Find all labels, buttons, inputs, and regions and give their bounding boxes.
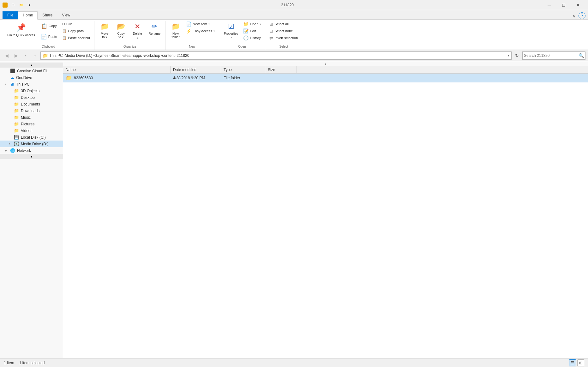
ribbon-group-open: ☑ Properties▾ 📁 Open ▾ 📝 Edit 🕐 History — [219, 21, 266, 50]
qat-new-folder-btn[interactable]: 📁 — [18, 2, 25, 9]
breadcrumb-steam[interactable]: Steam › — [111, 53, 123, 58]
ribbon-group-new: 📁 Newfolder 📄 New item ▾ ⚡ Easy access ▾… — [165, 21, 219, 50]
table-row[interactable]: 📁 823605680 4/28/2018 9:20 PM File folde… — [63, 74, 588, 82]
tab-share[interactable]: Share — [38, 11, 57, 19]
rename-button[interactable]: ✏ Rename — [146, 21, 163, 42]
details-view-button[interactable]: ☰ — [569, 359, 576, 366]
breadcrumb-211820[interactable]: 211820 — [177, 53, 189, 58]
tab-view[interactable]: View — [57, 11, 75, 19]
sidebar-item-thispc[interactable]: ▾ 🖥 This PC — [0, 81, 63, 87]
sidebar-scroll-up[interactable]: ▲ — [0, 63, 63, 68]
qat-dropdown-btn[interactable]: ▾ — [26, 2, 33, 9]
ribbon: 📌 Pin to Quick access 📋 Copy 📄 Paste ✂ C… — [0, 20, 588, 50]
sidebar-item-documents[interactable]: 📁 Documents — [0, 101, 63, 107]
select-none-button[interactable]: ⊟ Select none — [268, 28, 299, 34]
paste-button[interactable]: 📄 Paste — [39, 32, 59, 42]
easy-access-button[interactable]: ⚡ Easy access ▾ — [184, 28, 216, 34]
copy-path-button[interactable]: 📋 Copy path — [61, 28, 92, 34]
paste-shortcut-button[interactable]: 📋 Paste shortcut — [61, 35, 92, 41]
sidebar-item-downloads[interactable]: 📁 Downloads — [0, 107, 63, 114]
back-button[interactable]: ◀ — [3, 51, 11, 60]
edit-icon: 📝 — [243, 28, 249, 33]
column-header-name[interactable]: Name — [63, 66, 171, 73]
sidebar-item-network[interactable]: ▶ 🌐 Network — [0, 147, 63, 154]
nav-bar: ◀ ▶ ▾ ↑ 📁 This PC › Media Drive (D:) › G… — [0, 50, 588, 61]
qat-properties-btn[interactable]: ⊞ — [9, 2, 16, 9]
up-button[interactable]: ↑ — [31, 51, 39, 60]
sidebar-scroll-down[interactable]: ▼ — [0, 154, 63, 159]
folder-downloads-icon: 📁 — [14, 108, 19, 113]
pin-icon: 📌 — [16, 23, 26, 32]
column-header-type[interactable]: Type — [221, 66, 265, 73]
search-box[interactable]: 🔍 — [522, 51, 585, 60]
history-icon: 🕐 — [243, 35, 249, 40]
tab-home[interactable]: Home — [18, 11, 38, 20]
open-button[interactable]: 📁 Open ▾ — [242, 21, 262, 27]
rename-label: Rename — [148, 32, 160, 35]
new-group-content: 📁 Newfolder 📄 New item ▾ ⚡ Easy access ▾ — [168, 21, 216, 44]
breadcrumb-mediadrive[interactable]: Media Drive (D:) › — [65, 53, 94, 58]
large-icons-view-button[interactable]: ⊞ — [577, 359, 584, 366]
help-button[interactable]: ? — [579, 12, 585, 19]
new-folder-button[interactable]: 📁 Newfolder — [168, 21, 183, 42]
breadcrumb-steamapps[interactable]: steamapps › — [123, 53, 144, 58]
close-button[interactable]: ✕ — [571, 0, 585, 10]
address-dropdown-icon[interactable]: ▾ — [508, 54, 509, 57]
copy-path-icon: 📋 — [62, 29, 67, 33]
column-header-size[interactable]: Size — [265, 66, 297, 73]
ribbon-collapse-btn[interactable]: ∧ — [570, 12, 577, 19]
sidebar-item-media-drive-d[interactable]: ▾ 💽 Media Drive (D:) — [0, 141, 63, 147]
select-all-button[interactable]: ⊞ Select all — [268, 21, 299, 27]
new-small-buttons: 📄 New item ▾ ⚡ Easy access ▾ — [184, 21, 216, 34]
sidebar-item-creative-cloud[interactable]: ⬛ Creative Cloud Fil... — [0, 68, 63, 74]
new-folder-label: Newfolder — [172, 32, 180, 39]
properties-button[interactable]: ☑ Properties▾ — [222, 21, 241, 42]
thispc-icon: 🖥 — [10, 82, 14, 87]
breadcrumb-thispc[interactable]: This PC › — [49, 53, 64, 58]
minimize-button[interactable]: ─ — [542, 0, 556, 10]
paste-shortcut-icon: 📋 — [62, 36, 67, 40]
file-area-scroll-up[interactable]: ▲ — [63, 61, 588, 66]
select-label: Select — [268, 44, 299, 50]
sidebar-item-local-disk-c[interactable]: 💾 Local Disk (C:) — [0, 134, 63, 141]
edit-button[interactable]: 📝 Edit — [242, 28, 262, 34]
refresh-button[interactable]: ↻ — [513, 51, 521, 60]
sidebar-item-pictures[interactable]: 📁 Pictures — [0, 121, 63, 127]
sidebar-item-desktop[interactable]: 📁 Desktop — [0, 94, 63, 101]
sidebar-item-videos[interactable]: 📁 Videos — [0, 127, 63, 134]
search-icon[interactable]: 🔍 — [579, 53, 584, 58]
breadcrumb-gaymes[interactable]: Gaymes › — [94, 53, 110, 58]
address-bar[interactable]: 📁 This PC › Media Drive (D:) › Gaymes › … — [40, 51, 512, 60]
breadcrumb-content[interactable]: content › — [162, 53, 177, 58]
empty-file-area[interactable] — [63, 82, 588, 358]
copy-button[interactable]: 📋 Copy — [39, 21, 59, 31]
invert-label: Invert selection — [274, 36, 298, 40]
paste-icon: 📄 — [41, 34, 47, 40]
folder-3dobjects-icon: 📁 — [14, 88, 19, 93]
forward-button[interactable]: ▶ — [12, 51, 20, 60]
move-to-button[interactable]: 📁 Moveto ▾ — [97, 21, 112, 42]
delete-button[interactable]: ✕ Delete ▾ — [130, 21, 145, 42]
invert-selection-button[interactable]: ⇄ Invert selection — [268, 35, 299, 41]
folder-icon-sm: 📁 — [66, 75, 72, 81]
sidebar-item-music[interactable]: 📁 Music — [0, 114, 63, 121]
copy-to-button[interactable]: 📂 Copyto ▾ — [113, 21, 129, 42]
sidebar-item-onedrive[interactable]: ☁ OneDrive — [0, 74, 63, 81]
tab-file[interactable]: File — [3, 11, 18, 19]
pin-label: Pin to Quick access — [7, 33, 35, 37]
column-header-date[interactable]: Date modified — [171, 66, 221, 73]
recent-locations-button[interactable]: ▾ — [21, 51, 30, 60]
cut-button[interactable]: ✂ Cut — [61, 21, 92, 27]
main-area: ▲ ⬛ Creative Cloud Fil... ☁ OneDrive ▾ 🖥… — [0, 61, 588, 358]
select-group-content: ⊞ Select all ⊟ Select none ⇄ Invert sele… — [268, 21, 299, 44]
folder-documents-icon: 📁 — [14, 102, 19, 106]
pin-to-quick-access-button[interactable]: 📌 Pin to Quick access — [5, 21, 37, 42]
new-item-button[interactable]: 📄 New item ▾ — [184, 21, 216, 27]
search-input[interactable] — [524, 53, 579, 58]
clipboard-label: Clipboard — [5, 44, 92, 50]
breadcrumb-workshop[interactable]: workshop › — [144, 53, 162, 58]
history-button[interactable]: 🕐 History — [242, 35, 262, 41]
sidebar-item-3dobjects[interactable]: 📁 3D Objects — [0, 87, 63, 94]
maximize-button[interactable]: □ — [556, 0, 571, 10]
properties-label: Properties▾ — [224, 32, 238, 39]
